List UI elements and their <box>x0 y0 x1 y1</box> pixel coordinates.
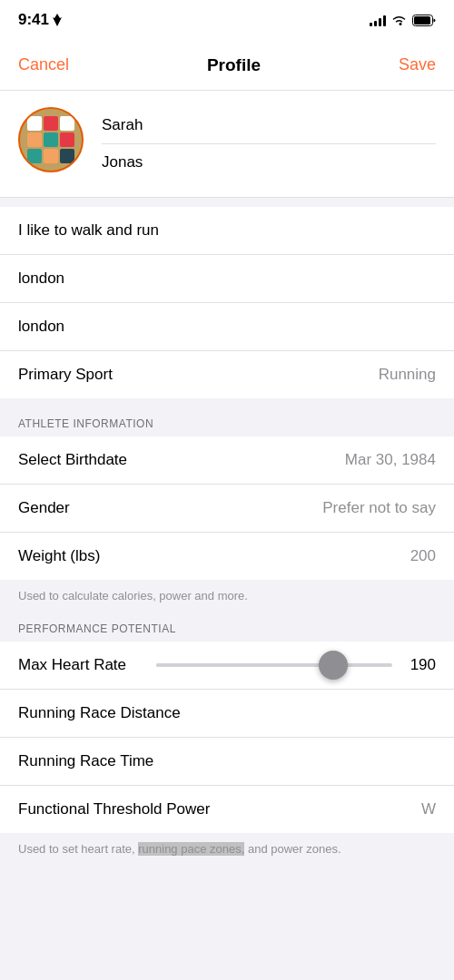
functional-threshold-power-label: Functional Threshold Power <box>18 800 210 818</box>
heart-rate-slider-track <box>156 663 392 667</box>
gap-2 <box>0 398 454 407</box>
page-title: Profile <box>207 55 261 75</box>
functional-threshold-power-field[interactable]: Functional Threshold Power W <box>0 786 454 833</box>
last-name-value: Jonas <box>102 153 143 171</box>
status-bar: 9:41 <box>0 0 454 40</box>
footer-part-2: and power zones. <box>244 842 340 856</box>
performance-section-header: PERFORMANCE POTENTIAL <box>0 612 454 642</box>
nav-bar: Cancel Profile Save <box>0 40 454 91</box>
running-race-time-label: Running Race Time <box>18 752 153 770</box>
performance-section: Max Heart Rate 190 Running Race Distance… <box>0 642 454 833</box>
signal-icon <box>370 14 386 26</box>
gap-1 <box>0 198 454 207</box>
performance-header-text: PERFORMANCE POTENTIAL <box>18 622 176 635</box>
gender-value: Prefer not to say <box>322 499 436 517</box>
performance-section-footer: Used to set heart rate, running pace zon… <box>0 833 454 875</box>
footer-highlight: running pace zones, <box>138 842 244 856</box>
primary-sport-value: Running <box>379 366 436 384</box>
heart-rate-slider-thumb[interactable] <box>319 651 348 680</box>
weight-field[interactable]: Weight (lbs) 200 <box>0 533 454 580</box>
city-text-1: london <box>18 270 64 288</box>
cancel-button[interactable]: Cancel <box>18 55 69 74</box>
weight-value: 200 <box>410 547 436 565</box>
birthdate-label: Select Birthdate <box>18 451 127 469</box>
primary-sport-label: Primary Sport <box>18 366 113 384</box>
city-field-1[interactable]: london <box>0 255 454 303</box>
max-heart-rate-field[interactable]: Max Heart Rate 190 <box>0 642 454 690</box>
athlete-section: Select Birthdate Mar 30, 1984 Gender Pre… <box>0 436 454 580</box>
gender-label: Gender <box>18 499 70 517</box>
save-button[interactable]: Save <box>399 55 436 74</box>
avatar-image <box>20 109 82 171</box>
first-name-field[interactable]: Sarah <box>102 107 436 144</box>
profile-header: Sarah Jonas <box>0 91 454 198</box>
athlete-footer-text: Used to calculate calories, power and mo… <box>18 589 248 603</box>
status-icons <box>370 14 436 26</box>
birthdate-field[interactable]: Select Birthdate Mar 30, 1984 <box>0 436 454 485</box>
running-race-time-field[interactable]: Running Race Time <box>0 738 454 786</box>
running-race-distance-field[interactable]: Running Race Distance <box>0 690 454 738</box>
first-name-value: Sarah <box>102 116 143 133</box>
footer-part-1: Used to set heart rate, <box>18 842 138 856</box>
athlete-section-footer: Used to calculate calories, power and mo… <box>0 580 454 612</box>
max-heart-rate-value: 190 <box>403 656 436 674</box>
gender-field[interactable]: Gender Prefer not to say <box>0 485 454 533</box>
athlete-section-header: ATHLETE INFORMATION <box>0 407 454 436</box>
status-time: 9:41 <box>18 11 62 29</box>
last-name-field[interactable]: Jonas <box>102 144 436 181</box>
athlete-header-text: ATHLETE INFORMATION <box>18 417 153 430</box>
city-field-2[interactable]: london <box>0 303 454 351</box>
cube-face <box>27 116 74 163</box>
time-label: 9:41 <box>18 11 49 29</box>
name-fields: Sarah Jonas <box>102 107 436 181</box>
avatar[interactable] <box>18 107 84 172</box>
functional-threshold-power-value: W <box>421 800 436 818</box>
running-race-distance-label: Running Race Distance <box>18 704 181 722</box>
max-heart-rate-label: Max Heart Rate <box>18 656 145 674</box>
city-text-2: london <box>18 318 64 336</box>
location-icon <box>53 14 62 26</box>
bio-section: I like to walk and run london london Pri… <box>0 207 454 398</box>
primary-sport-field[interactable]: Primary Sport Running <box>0 351 454 398</box>
bio-text: I like to walk and run <box>18 221 159 240</box>
weight-label: Weight (lbs) <box>18 547 100 565</box>
wifi-icon <box>391 15 407 26</box>
birthdate-value: Mar 30, 1984 <box>345 451 436 469</box>
svg-rect-1 <box>414 16 430 24</box>
bio-field[interactable]: I like to walk and run <box>0 207 454 255</box>
heart-rate-slider-fill <box>156 663 333 667</box>
battery-icon <box>412 15 436 26</box>
